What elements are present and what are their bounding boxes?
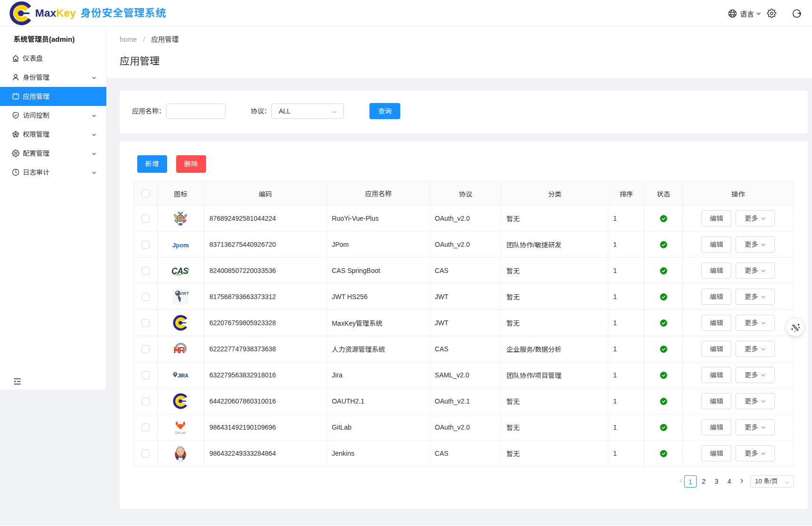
svg-text:JWT: JWT [180,291,189,296]
svg-text:pom: pom [176,242,189,249]
svg-text:JIRA: JIRA [178,373,189,378]
svg-text:GitLab: GitLab [175,431,186,435]
svg-text:HR: HR [174,346,185,355]
